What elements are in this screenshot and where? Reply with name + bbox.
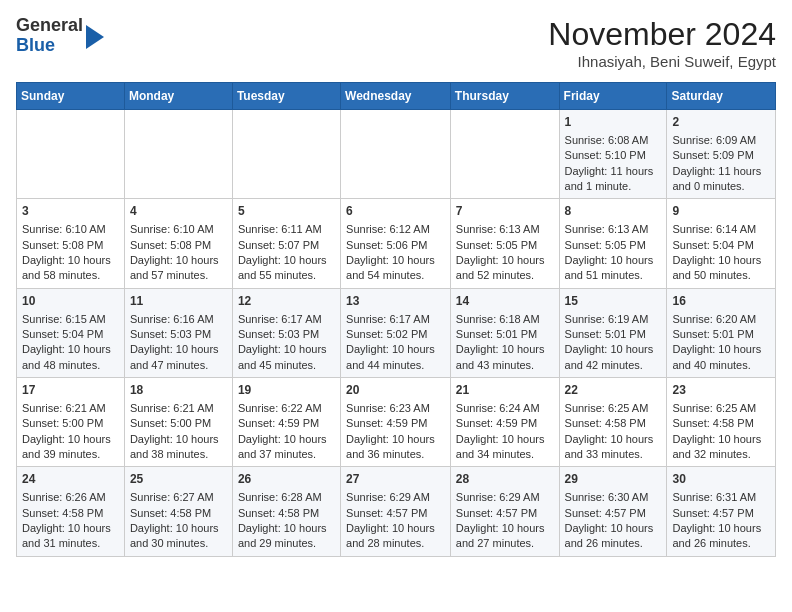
- calendar-cell: [450, 110, 559, 199]
- calendar-cell: 19Sunrise: 6:22 AMSunset: 4:59 PMDayligh…: [232, 378, 340, 467]
- calendar-cell: 12Sunrise: 6:17 AMSunset: 5:03 PMDayligh…: [232, 288, 340, 377]
- day-info: Sunset: 4:58 PM: [22, 506, 119, 521]
- day-info: Sunrise: 6:23 AM: [346, 401, 445, 416]
- calendar-cell: 2Sunrise: 6:09 AMSunset: 5:09 PMDaylight…: [667, 110, 776, 199]
- logo-general: General: [16, 16, 83, 36]
- day-info: Sunset: 5:05 PM: [456, 238, 554, 253]
- weekday-header: Monday: [124, 83, 232, 110]
- day-info: Sunrise: 6:13 AM: [565, 222, 662, 237]
- day-number: 30: [672, 471, 770, 488]
- day-info: Daylight: 10 hours and 44 minutes.: [346, 342, 445, 373]
- weekday-header: Sunday: [17, 83, 125, 110]
- calendar-cell: [232, 110, 340, 199]
- day-number: 5: [238, 203, 335, 220]
- day-info: Sunset: 5:04 PM: [22, 327, 119, 342]
- calendar-cell: 10Sunrise: 6:15 AMSunset: 5:04 PMDayligh…: [17, 288, 125, 377]
- day-info: Daylight: 10 hours and 28 minutes.: [346, 521, 445, 552]
- day-info: Daylight: 10 hours and 48 minutes.: [22, 342, 119, 373]
- day-info: Daylight: 10 hours and 39 minutes.: [22, 432, 119, 463]
- day-info: Sunrise: 6:21 AM: [22, 401, 119, 416]
- day-info: Sunrise: 6:20 AM: [672, 312, 770, 327]
- day-info: Sunset: 5:08 PM: [130, 238, 227, 253]
- day-info: Daylight: 10 hours and 26 minutes.: [565, 521, 662, 552]
- day-info: Daylight: 10 hours and 42 minutes.: [565, 342, 662, 373]
- day-info: Daylight: 10 hours and 29 minutes.: [238, 521, 335, 552]
- day-info: Sunrise: 6:16 AM: [130, 312, 227, 327]
- day-info: Sunset: 5:04 PM: [672, 238, 770, 253]
- calendar-cell: 25Sunrise: 6:27 AMSunset: 4:58 PMDayligh…: [124, 467, 232, 556]
- day-number: 28: [456, 471, 554, 488]
- calendar-week-row: 24Sunrise: 6:26 AMSunset: 4:58 PMDayligh…: [17, 467, 776, 556]
- day-info: Sunrise: 6:17 AM: [346, 312, 445, 327]
- calendar-cell: 27Sunrise: 6:29 AMSunset: 4:57 PMDayligh…: [341, 467, 451, 556]
- calendar-cell: 18Sunrise: 6:21 AMSunset: 5:00 PMDayligh…: [124, 378, 232, 467]
- day-info: Sunrise: 6:10 AM: [22, 222, 119, 237]
- day-number: 3: [22, 203, 119, 220]
- day-info: Sunrise: 6:10 AM: [130, 222, 227, 237]
- day-info: Daylight: 10 hours and 31 minutes.: [22, 521, 119, 552]
- day-number: 23: [672, 382, 770, 399]
- day-info: Daylight: 10 hours and 30 minutes.: [130, 521, 227, 552]
- title-block: November 2024 Ihnasiyah, Beni Suweif, Eg…: [548, 16, 776, 70]
- day-info: Daylight: 10 hours and 26 minutes.: [672, 521, 770, 552]
- calendar-week-row: 1Sunrise: 6:08 AMSunset: 5:10 PMDaylight…: [17, 110, 776, 199]
- day-info: Sunrise: 6:19 AM: [565, 312, 662, 327]
- day-info: Daylight: 10 hours and 57 minutes.: [130, 253, 227, 284]
- day-info: Daylight: 10 hours and 37 minutes.: [238, 432, 335, 463]
- day-number: 6: [346, 203, 445, 220]
- page-header: General Blue November 2024 Ihnasiyah, Be…: [16, 16, 776, 70]
- day-info: Daylight: 10 hours and 36 minutes.: [346, 432, 445, 463]
- day-info: Sunrise: 6:28 AM: [238, 490, 335, 505]
- calendar-cell: 30Sunrise: 6:31 AMSunset: 4:57 PMDayligh…: [667, 467, 776, 556]
- day-info: Sunset: 5:02 PM: [346, 327, 445, 342]
- day-info: Sunrise: 6:12 AM: [346, 222, 445, 237]
- day-info: Sunrise: 6:18 AM: [456, 312, 554, 327]
- day-info: Sunrise: 6:11 AM: [238, 222, 335, 237]
- day-info: Sunrise: 6:27 AM: [130, 490, 227, 505]
- page-title: November 2024: [548, 16, 776, 53]
- day-info: Sunrise: 6:29 AM: [346, 490, 445, 505]
- day-info: Sunrise: 6:14 AM: [672, 222, 770, 237]
- calendar-cell: [17, 110, 125, 199]
- calendar-cell: 15Sunrise: 6:19 AMSunset: 5:01 PMDayligh…: [559, 288, 667, 377]
- day-info: Sunrise: 6:13 AM: [456, 222, 554, 237]
- calendar-cell: [124, 110, 232, 199]
- day-info: Sunrise: 6:25 AM: [565, 401, 662, 416]
- page-subtitle: Ihnasiyah, Beni Suweif, Egypt: [548, 53, 776, 70]
- logo-arrow-icon: [86, 25, 104, 49]
- day-number: 4: [130, 203, 227, 220]
- logo-blue: Blue: [16, 36, 83, 56]
- calendar-cell: 9Sunrise: 6:14 AMSunset: 5:04 PMDaylight…: [667, 199, 776, 288]
- calendar-week-row: 17Sunrise: 6:21 AMSunset: 5:00 PMDayligh…: [17, 378, 776, 467]
- weekday-header: Friday: [559, 83, 667, 110]
- day-number: 21: [456, 382, 554, 399]
- day-info: Sunset: 5:03 PM: [130, 327, 227, 342]
- day-info: Sunset: 5:09 PM: [672, 148, 770, 163]
- day-info: Sunrise: 6:17 AM: [238, 312, 335, 327]
- day-number: 25: [130, 471, 227, 488]
- day-info: Daylight: 10 hours and 40 minutes.: [672, 342, 770, 373]
- day-info: Daylight: 10 hours and 47 minutes.: [130, 342, 227, 373]
- calendar-cell: 28Sunrise: 6:29 AMSunset: 4:57 PMDayligh…: [450, 467, 559, 556]
- calendar-cell: 8Sunrise: 6:13 AMSunset: 5:05 PMDaylight…: [559, 199, 667, 288]
- day-number: 26: [238, 471, 335, 488]
- day-number: 11: [130, 293, 227, 310]
- calendar-header-row: SundayMondayTuesdayWednesdayThursdayFrid…: [17, 83, 776, 110]
- day-info: Daylight: 11 hours and 0 minutes.: [672, 164, 770, 195]
- day-info: Sunset: 5:01 PM: [565, 327, 662, 342]
- day-info: Sunset: 4:59 PM: [238, 416, 335, 431]
- calendar-cell: 1Sunrise: 6:08 AMSunset: 5:10 PMDaylight…: [559, 110, 667, 199]
- day-number: 16: [672, 293, 770, 310]
- calendar-cell: [341, 110, 451, 199]
- day-number: 15: [565, 293, 662, 310]
- day-number: 18: [130, 382, 227, 399]
- calendar-week-row: 3Sunrise: 6:10 AMSunset: 5:08 PMDaylight…: [17, 199, 776, 288]
- day-info: Sunset: 4:57 PM: [672, 506, 770, 521]
- day-info: Daylight: 10 hours and 51 minutes.: [565, 253, 662, 284]
- day-info: Daylight: 10 hours and 32 minutes.: [672, 432, 770, 463]
- calendar-cell: 26Sunrise: 6:28 AMSunset: 4:58 PMDayligh…: [232, 467, 340, 556]
- day-info: Daylight: 10 hours and 55 minutes.: [238, 253, 335, 284]
- calendar-cell: 24Sunrise: 6:26 AMSunset: 4:58 PMDayligh…: [17, 467, 125, 556]
- calendar-week-row: 10Sunrise: 6:15 AMSunset: 5:04 PMDayligh…: [17, 288, 776, 377]
- day-info: Daylight: 10 hours and 33 minutes.: [565, 432, 662, 463]
